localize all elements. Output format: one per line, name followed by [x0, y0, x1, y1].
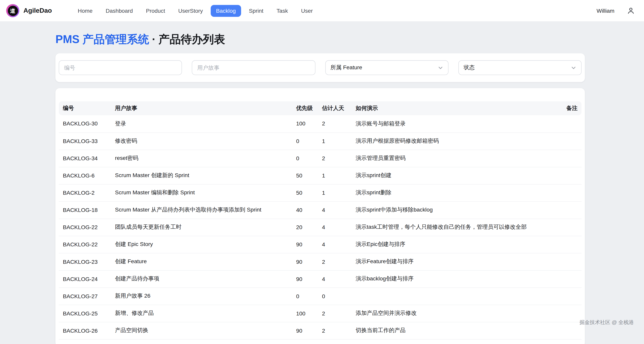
- cell-priority: 50: [292, 184, 318, 201]
- cell-id: BACKLOG-34: [59, 150, 111, 167]
- watermark: 掘金技术社区 @ 全栈港: [580, 319, 634, 326]
- filter-bar: 所属 Feature 状态: [56, 53, 585, 82]
- table-row[interactable]: BACKLOG-6 Scrum Master 创建新的 Sprint 50 1 …: [59, 167, 582, 184]
- nav-right: William: [596, 7, 636, 15]
- feature-filter-value: 所属 Feature: [330, 64, 362, 71]
- cell-days: 4: [318, 219, 352, 236]
- cell-priority: 90: [292, 236, 318, 253]
- cell-note: [540, 236, 582, 253]
- cell-note: [540, 305, 582, 322]
- cell-demo: 演示Epic创建与排序: [352, 236, 540, 253]
- table-row[interactable]: BACKLOG-22 创建 Epic Story 90 4 演示Epic创建与排…: [59, 236, 582, 253]
- table-row[interactable]: BACKLOG-25 新增、修改产品 100 2 添加产品空间并演示修改: [59, 305, 582, 322]
- cell-demo: 演示账号与邮箱登录: [352, 115, 540, 133]
- cell-priority: 90: [292, 270, 318, 287]
- cell-note: [540, 150, 582, 167]
- column-header-id: 编号: [59, 101, 111, 115]
- cell-demo: 演示用户根据原密码修改邮箱密码: [352, 133, 540, 150]
- cell-priority: 50: [292, 167, 318, 184]
- cell-days: 4: [318, 236, 352, 253]
- cell-id: BACKLOG-30: [59, 115, 111, 133]
- cell-note: [540, 115, 582, 133]
- cell-story: 修改密码: [111, 133, 292, 150]
- cell-days: 1: [318, 184, 352, 201]
- table-row[interactable]: BACKLOG-33 修改密码 0 1 演示用户根据原密码修改邮箱密码: [59, 133, 582, 150]
- cell-story: 创建产品待办事项: [111, 270, 292, 287]
- table-row[interactable]: BACKLOG-30 登录 100 2 演示账号与邮箱登录: [59, 115, 582, 133]
- cell-id: BACKLOG-25: [59, 305, 111, 322]
- table-row[interactable]: BACKLOG-24 创建产品待办事项 90 4 演示backlog创建与排序: [59, 270, 582, 287]
- cell-priority: 100: [292, 115, 318, 133]
- cell-days: 2: [318, 115, 352, 133]
- username[interactable]: William: [596, 8, 614, 14]
- nav-item-userstory[interactable]: UserStory: [173, 5, 208, 17]
- cell-note: [540, 322, 582, 339]
- cell-days: 4: [318, 201, 352, 219]
- table-row[interactable]: BACKLOG-34 reset密码 0 2 演示管理员重置密码: [59, 150, 582, 167]
- table-row[interactable]: BACKLOG-2 Scrum Master 编辑和删除 Sprint 50 1…: [59, 184, 582, 201]
- cell-days: 2: [318, 253, 352, 270]
- table-row[interactable]: BACKLOG-23 创建 Feature 90 2 演示Feature创建与排…: [59, 253, 582, 270]
- cell-story: Scrum Master 编辑和删除 Sprint: [111, 184, 292, 201]
- backlog-table: 编号 用户故事 优先级 估计人天 如何演示 备注 BACKLOG-30 登录 1…: [59, 101, 582, 340]
- cell-story: 产品空间切换: [111, 322, 292, 339]
- table-row[interactable]: BACKLOG-26 产品空间切换 90 2 切换当前工作的产品: [59, 322, 582, 339]
- cell-demo: 切换当前工作的产品: [352, 322, 540, 339]
- page-title-primary: PMS 产品管理系统: [56, 33, 149, 46]
- cell-id: BACKLOG-24: [59, 270, 111, 287]
- id-filter-input[interactable]: [59, 60, 182, 75]
- app: 道 AgileDao Home Dashboard Product UserSt…: [0, 0, 644, 344]
- cell-note: [540, 253, 582, 270]
- cell-story: 登录: [111, 115, 292, 133]
- cell-priority: 0: [292, 133, 318, 150]
- brand-logo-icon: 道: [6, 4, 19, 17]
- cell-story: 新用户故事 26: [111, 287, 292, 305]
- cell-id: BACKLOG-33: [59, 133, 111, 150]
- feature-filter-select[interactable]: 所属 Feature: [325, 60, 448, 75]
- brand[interactable]: 道 AgileDao: [6, 4, 52, 17]
- cell-note: [540, 184, 582, 201]
- table-row[interactable]: BACKLOG-27 新用户故事 26 0 0: [59, 287, 582, 305]
- column-header-priority: 优先级: [292, 101, 318, 115]
- column-header-demo: 如何演示: [352, 101, 540, 115]
- nav-item-backlog[interactable]: Backlog: [211, 5, 241, 17]
- status-filter-select[interactable]: 状态: [458, 60, 582, 75]
- top-nav: 道 AgileDao Home Dashboard Product UserSt…: [0, 0, 644, 21]
- backlog-table-body: BACKLOG-30 登录 100 2 演示账号与邮箱登录 BACKLOG-33…: [59, 115, 582, 339]
- nav-item-product[interactable]: Product: [141, 5, 170, 17]
- cell-demo: 添加产品空间并演示修改: [352, 305, 540, 322]
- table-row[interactable]: BACKLOG-22 团队成员每天更新任务工时 20 4 演示task工时管理，…: [59, 219, 582, 236]
- cell-priority: 90: [292, 322, 318, 339]
- column-header-note: 备注: [540, 101, 582, 115]
- brand-name: AgileDao: [23, 7, 52, 14]
- cell-id: BACKLOG-22: [59, 219, 111, 236]
- nav-item-sprint[interactable]: Sprint: [244, 5, 269, 17]
- cell-days: 0: [318, 287, 352, 305]
- table-row[interactable]: BACKLOG-18 Scrum Master 从产品待办列表中选取待办事项添加…: [59, 201, 582, 219]
- cell-story: 创建 Epic Story: [111, 236, 292, 253]
- cell-days: 1: [318, 167, 352, 184]
- main-content: PMS 产品管理系统·产品待办列表 所属 Feature 状态: [0, 32, 644, 344]
- cell-note: [540, 219, 582, 236]
- cell-demo: 演示sprint创建: [352, 167, 540, 184]
- cell-id: BACKLOG-2: [59, 184, 111, 201]
- cell-note: [540, 167, 582, 184]
- column-header-days: 估计人天: [318, 101, 352, 115]
- cell-id: BACKLOG-26: [59, 322, 111, 339]
- cell-id: BACKLOG-6: [59, 167, 111, 184]
- story-filter-input[interactable]: [192, 60, 315, 75]
- nav-item-user[interactable]: User: [296, 5, 318, 17]
- status-filter-value: 状态: [464, 64, 475, 71]
- cell-note: [540, 287, 582, 305]
- cell-note: [540, 270, 582, 287]
- cell-demo: 演示sprint删除: [352, 184, 540, 201]
- cell-priority: 40: [292, 201, 318, 219]
- cell-story: reset密码: [111, 150, 292, 167]
- user-avatar-icon[interactable]: [627, 7, 635, 15]
- nav-item-task[interactable]: Task: [271, 5, 294, 17]
- cell-note: [540, 201, 582, 219]
- nav-item-home[interactable]: Home: [72, 5, 98, 17]
- cell-priority: 0: [292, 150, 318, 167]
- cell-story: 创建 Feature: [111, 253, 292, 270]
- nav-item-dashboard[interactable]: Dashboard: [100, 5, 138, 17]
